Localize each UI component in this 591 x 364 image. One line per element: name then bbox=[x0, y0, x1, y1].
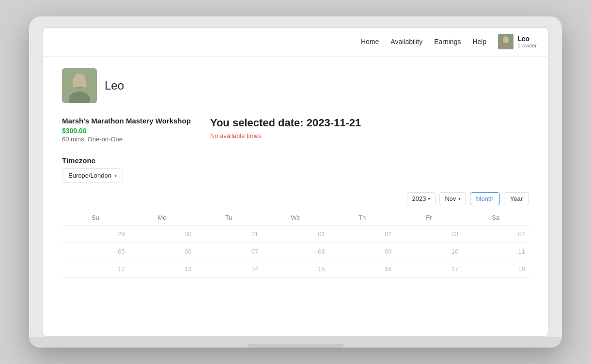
day-header-sa: Sa bbox=[462, 211, 529, 226]
screen: Home Availability Earnings Help Leo prov… bbox=[43, 27, 548, 337]
nav-availability[interactable]: Availability bbox=[390, 38, 422, 46]
laptop-base bbox=[29, 337, 562, 348]
timezone-section: Timezone Europe/London ▾ bbox=[62, 156, 529, 182]
service-price: $300.00 bbox=[62, 127, 191, 135]
nav-user-name: Leo bbox=[517, 35, 537, 43]
selected-date-section: You selected date: 2023-11-21 No availab… bbox=[210, 117, 529, 139]
nav-earnings[interactable]: Earnings bbox=[434, 38, 461, 46]
calendar-day-cell[interactable]: 16 bbox=[329, 260, 396, 278]
month-select[interactable]: Nov ▾ bbox=[439, 192, 466, 205]
calendar-week-row: 12131415161718 bbox=[62, 260, 529, 278]
calendar-day-cell[interactable]: 09 bbox=[329, 243, 396, 260]
service-title: Marsh's Marathon Mastery Workshop bbox=[62, 117, 191, 125]
calendar-day-cell[interactable]: 12 bbox=[62, 260, 129, 278]
calendar-day-cell[interactable]: 06 bbox=[129, 243, 196, 260]
calendar-day-cell[interactable]: 02 bbox=[329, 226, 396, 243]
day-header-tu: Tu bbox=[195, 211, 262, 226]
timezone-select[interactable]: Europe/London ▾ bbox=[62, 168, 123, 182]
calendar-day-cell[interactable]: 30 bbox=[129, 226, 196, 243]
navbar: Home Availability Earnings Help Leo prov… bbox=[43, 27, 548, 57]
service-duration: 60 mins, One-on-One bbox=[62, 136, 191, 143]
calendar-day-cell[interactable]: 01 bbox=[262, 226, 329, 243]
calendar-week-row: 29303101020304 bbox=[62, 226, 529, 243]
calendar-day-cell[interactable]: 04 bbox=[462, 226, 529, 243]
year-value: 2023 bbox=[412, 195, 426, 202]
year-chevron-icon: ▾ bbox=[428, 196, 430, 201]
laptop-frame: Home Availability Earnings Help Leo prov… bbox=[29, 16, 562, 348]
nav-user-info: Leo provider bbox=[517, 35, 537, 49]
calendar-day-cell[interactable]: 17 bbox=[396, 260, 463, 278]
year-select[interactable]: 2023 ▾ bbox=[407, 192, 436, 205]
nav-help[interactable]: Help bbox=[472, 38, 486, 46]
day-header-we: We bbox=[262, 211, 329, 226]
month-view-button[interactable]: Month bbox=[470, 192, 500, 205]
calendar-day-cell[interactable]: 10 bbox=[396, 243, 463, 260]
calendar-day-cell[interactable]: 14 bbox=[195, 260, 262, 278]
calendar-day-cell[interactable]: 29 bbox=[62, 226, 129, 243]
svg-rect-6 bbox=[73, 79, 86, 88]
profile-name: Leo bbox=[105, 79, 124, 92]
calendar-day-cell[interactable]: 15 bbox=[262, 260, 329, 278]
main-content: Leo Marsh's Marathon Mastery Workshop $3… bbox=[43, 57, 548, 289]
selected-date-heading: You selected date: 2023-11-21 bbox=[210, 117, 529, 129]
calendar-day-cell[interactable]: 11 bbox=[462, 243, 529, 260]
calendar-day-cell[interactable]: 05 bbox=[62, 243, 129, 260]
user-menu[interactable]: Leo provider bbox=[498, 34, 537, 49]
calendar-day-cell[interactable]: 03 bbox=[396, 226, 463, 243]
svg-rect-3 bbox=[503, 39, 509, 43]
calendar-day-cell[interactable]: 13 bbox=[129, 260, 196, 278]
day-header-su: Su bbox=[62, 211, 129, 226]
year-view-button[interactable]: Year bbox=[504, 192, 529, 205]
service-info: Marsh's Marathon Mastery Workshop $300.0… bbox=[62, 117, 191, 143]
calendar-day-cell[interactable]: 31 bbox=[195, 226, 262, 243]
calendar-day-cell[interactable]: 07 bbox=[195, 243, 262, 260]
calendar-controls: 2023 ▾ Nov ▾ Month Year bbox=[62, 192, 529, 205]
day-header-mo: Mo bbox=[129, 211, 196, 226]
calendar-table: Su Mo Tu We Th Fr Sa 2930310102030405060… bbox=[62, 211, 529, 278]
profile-avatar bbox=[62, 68, 97, 103]
calendar-day-cell[interactable]: 18 bbox=[462, 260, 529, 278]
profile-section: Leo bbox=[62, 68, 529, 103]
calendar-day-cell[interactable]: 08 bbox=[262, 243, 329, 260]
service-row: Marsh's Marathon Mastery Workshop $300.0… bbox=[62, 117, 529, 143]
no-available-times: No available times bbox=[210, 132, 529, 139]
chevron-down-icon: ▾ bbox=[114, 173, 117, 178]
month-value: Nov bbox=[445, 195, 456, 202]
timezone-value: Europe/London bbox=[68, 172, 111, 179]
nav-avatar bbox=[498, 34, 513, 49]
timezone-label: Timezone bbox=[62, 156, 529, 165]
nav-user-role: provider bbox=[517, 43, 537, 48]
nav-home[interactable]: Home bbox=[361, 38, 379, 46]
calendar-week-row: 05060708091011 bbox=[62, 243, 529, 260]
calendar-header-row: Su Mo Tu We Th Fr Sa bbox=[62, 211, 529, 226]
day-header-fr: Fr bbox=[396, 211, 463, 226]
month-chevron-icon: ▾ bbox=[458, 196, 461, 201]
day-header-th: Th bbox=[329, 211, 396, 226]
